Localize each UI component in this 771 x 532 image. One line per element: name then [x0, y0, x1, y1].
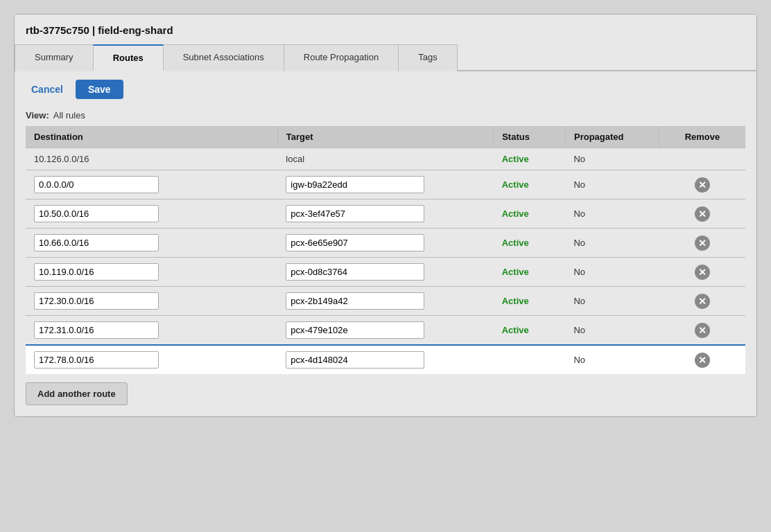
destination-input[interactable] [34, 234, 159, 251]
tab-summary[interactable]: Summary [15, 44, 94, 71]
col-header-destination: Destination [26, 126, 277, 148]
toolbar: Cancel Save [15, 71, 756, 107]
remove-cell: ✕ [659, 170, 745, 200]
tab-tags[interactable]: Tags [398, 44, 457, 71]
remove-cell: ✕ [659, 287, 745, 316]
status-badge: Active [502, 267, 529, 277]
tab-subnet-associations[interactable]: Subnet Associations [163, 44, 284, 71]
status-badge: Active [502, 296, 529, 306]
view-label: View: [26, 110, 49, 121]
target-input[interactable] [286, 176, 424, 193]
propagated-cell: No [565, 345, 659, 374]
status-cell: Active [494, 170, 566, 200]
status-badge: Active [502, 209, 529, 219]
table-row: ActiveNo✕ [26, 170, 745, 200]
cancel-button[interactable]: Cancel [26, 81, 69, 98]
save-button[interactable]: Save [76, 80, 123, 99]
col-header-propagated: Propagated [565, 126, 659, 148]
main-panel: rtb-3775c750 | field-eng-shard Summary R… [14, 14, 757, 417]
remove-button[interactable]: ✕ [695, 323, 710, 338]
remove-button[interactable]: ✕ [695, 294, 710, 309]
propagated-cell: No [565, 258, 659, 287]
table-row: ActiveNo✕ [26, 287, 745, 316]
col-header-remove: Remove [659, 126, 745, 148]
panel-title: rtb-3775c750 | field-eng-shard [15, 15, 756, 43]
status-cell [494, 345, 566, 374]
table-row: ActiveNo✕ [26, 200, 745, 229]
remove-button[interactable]: ✕ [695, 206, 710, 222]
target-input[interactable] [286, 263, 424, 281]
remove-button[interactable]: ✕ [695, 177, 710, 193]
remove-cell: ✕ [659, 258, 745, 287]
destination-input[interactable] [34, 176, 159, 193]
status-badge: Active [502, 238, 529, 248]
target-input[interactable] [286, 351, 424, 369]
propagated-cell: No [565, 229, 659, 258]
remove-button[interactable]: ✕ [695, 236, 710, 251]
destination-cell: 10.126.0.0/16 [26, 148, 277, 170]
remove-cell: ✕ [659, 345, 745, 374]
propagated-cell: No [565, 200, 659, 229]
remove-cell: ✕ [659, 200, 745, 229]
table-row: ActiveNo✕ [26, 229, 745, 258]
destination-input[interactable] [34, 205, 159, 222]
propagated-cell: No [565, 287, 659, 316]
status-badge: Active [502, 179, 529, 190]
col-header-status: Status [494, 126, 566, 148]
col-header-target: Target [277, 126, 493, 148]
propagated-cell: No [565, 170, 659, 200]
status-cell: Active [494, 148, 566, 170]
destination-input[interactable] [34, 292, 159, 310]
propagated-cell: No [565, 316, 659, 346]
remove-cell [659, 148, 745, 170]
status-cell: Active [494, 229, 566, 258]
table-row: No✕ [26, 345, 745, 374]
target-input[interactable] [286, 321, 424, 339]
status-cell: Active [494, 316, 566, 346]
remove-button[interactable]: ✕ [695, 265, 710, 280]
remove-cell: ✕ [659, 316, 745, 346]
target-input[interactable] [286, 205, 424, 222]
remove-cell: ✕ [659, 229, 745, 258]
status-badge: Active [502, 325, 529, 335]
status-cell: Active [494, 258, 566, 287]
view-row: View: All rules [15, 107, 756, 126]
table-header-row: Destination Target Status Propagated Rem… [26, 126, 745, 148]
status-cell: Active [494, 287, 566, 316]
destination-input[interactable] [34, 263, 159, 281]
routes-table-container: Destination Target Status Propagated Rem… [15, 126, 756, 374]
propagated-cell: No [565, 148, 659, 170]
tab-route-propagation[interactable]: Route Propagation [284, 44, 399, 71]
destination-input[interactable] [34, 351, 159, 369]
tab-routes[interactable]: Routes [93, 44, 164, 71]
tab-bar: Summary Routes Subnet Associations Route… [15, 43, 756, 71]
target-input[interactable] [286, 292, 424, 310]
add-route-button[interactable]: Add another route [26, 382, 128, 405]
target-input[interactable] [286, 234, 424, 251]
table-row: 10.126.0.0/16localActiveNo [26, 148, 745, 170]
view-value: All rules [53, 110, 85, 121]
status-cell: Active [494, 200, 566, 229]
status-badge: Active [502, 154, 529, 164]
table-row: ActiveNo✕ [26, 316, 745, 346]
destination-input[interactable] [34, 321, 159, 339]
table-row: ActiveNo✕ [26, 258, 745, 287]
add-route-row: Add another route [15, 374, 756, 416]
routes-table: Destination Target Status Propagated Rem… [26, 126, 745, 374]
remove-button[interactable]: ✕ [695, 353, 710, 368]
target-cell: local [277, 148, 493, 170]
